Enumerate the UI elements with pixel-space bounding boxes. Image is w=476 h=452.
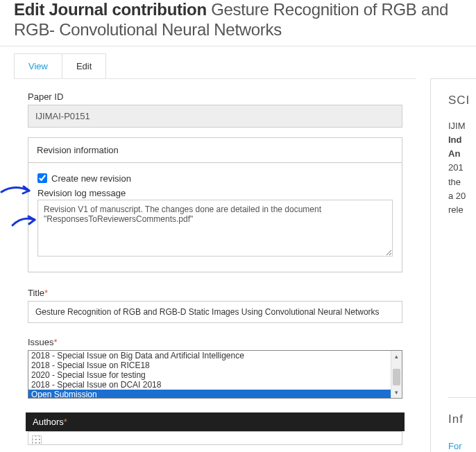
issue-option[interactable]: 2018 - Special Issue on DCAI 2018 — [28, 380, 391, 390]
issue-option[interactable]: 2020 - Special Issue for testing — [28, 370, 391, 380]
create-revision-checkbox[interactable] — [37, 173, 47, 183]
revision-legend: Revision information — [28, 138, 402, 163]
sidebar-text: An — [448, 147, 476, 161]
revision-log-label: Revision log message — [37, 188, 393, 198]
title-field[interactable] — [28, 301, 402, 323]
paper-id-label: Paper ID — [28, 92, 402, 102]
tab-edit[interactable]: Edit — [62, 53, 106, 78]
authors-body — [28, 431, 402, 445]
authors-heading: Authors* — [26, 412, 405, 431]
sidebar-info-heading: Inf — [448, 410, 476, 428]
sidebar-text: a 20 — [448, 189, 476, 203]
scroll-down-icon[interactable]: ▾ — [391, 387, 402, 398]
drag-handle-icon[interactable] — [32, 435, 42, 445]
revision-fieldset: Revision information Create new revision… — [28, 137, 402, 272]
paper-id-field: IJIMAI-P0151 — [28, 105, 402, 128]
form: Paper ID IJIMAI-P0151 Revision informati… — [14, 78, 416, 445]
title-label: Title* — [28, 288, 402, 298]
issue-option[interactable]: 2018 - Special Issue on RICE18 — [28, 360, 391, 370]
tabs: View Edit — [0, 46, 476, 78]
sidebar-sci-heading: SCI — [448, 92, 476, 110]
page-title: Edit Journal contribution Gesture Recogn… — [14, 0, 462, 40]
scroll-thumb[interactable] — [393, 369, 400, 385]
sidebar-text: 201 — [448, 161, 476, 175]
sidebar-link[interactable]: For — [448, 440, 476, 452]
revision-log-textarea[interactable]: Revision V1 of manuscript. The changes d… — [37, 200, 393, 257]
sidebar-text: rele — [448, 203, 476, 217]
issues-scrollbar[interactable]: ▴ ▾ — [391, 351, 402, 398]
sidebar-text: the — [448, 175, 476, 189]
page-title-bold: Edit Journal contribution — [14, 0, 207, 19]
issue-option-selected[interactable]: Open Submission — [28, 390, 391, 398]
sidebar-text: Ind — [448, 133, 476, 147]
issues-select[interactable]: 2018 - Special Issue on Big Data and Art… — [28, 350, 402, 399]
issue-option[interactable]: 2018 - Special Issue on Big Data and Art… — [28, 351, 391, 360]
scroll-up-icon[interactable]: ▴ — [391, 351, 402, 362]
tab-view[interactable]: View — [14, 53, 62, 78]
create-revision-label: Create new revision — [51, 173, 131, 184]
issues-label: Issues* — [28, 337, 402, 347]
sidebar: SCI IJIM Ind An 201 the a 20 rele Inf Fo… — [430, 78, 476, 452]
sidebar-text: IJIM — [448, 119, 476, 133]
